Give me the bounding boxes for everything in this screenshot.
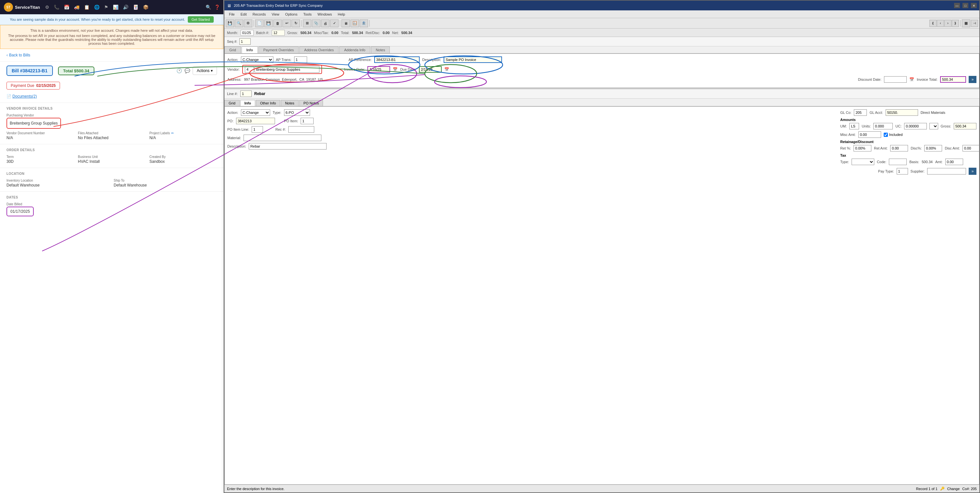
tab-payment-overrides[interactable]: Payment Overrides <box>258 46 299 53</box>
line-action-select[interactable]: C-Change <box>241 109 270 116</box>
disc-pct-field[interactable] <box>924 145 942 151</box>
po-field[interactable] <box>236 118 275 124</box>
action-select[interactable]: C-Change <box>241 56 274 63</box>
tax-type-select[interactable] <box>851 159 874 165</box>
history-icon[interactable]: 🕐 <box>177 68 182 73</box>
vendor-num-field[interactable] <box>245 66 254 73</box>
ap-trans-field[interactable] <box>294 56 307 63</box>
nav-icon-11[interactable]: 📦 <box>143 5 148 10</box>
nav-icon-7[interactable]: ⚑ <box>104 5 108 10</box>
nav-first[interactable]: ⟪ <box>929 20 937 27</box>
tool-refresh-icon[interactable]: ↻ <box>291 19 300 27</box>
minimize-button[interactable]: — <box>954 3 960 8</box>
gl-co-field[interactable] <box>854 109 867 116</box>
line-tab-info[interactable]: Info <box>240 100 255 106</box>
tool-attach-icon[interactable]: 📎 <box>312 19 320 27</box>
comment-icon[interactable]: 💬 <box>185 68 190 73</box>
tool-table-icon[interactable]: ▦ <box>962 19 970 27</box>
tool-print-icon[interactable]: 🖨 <box>321 19 329 27</box>
tool-save2-icon[interactable]: 💾 <box>264 19 273 27</box>
rec-field[interactable] <box>288 126 314 133</box>
menu-options[interactable]: Options <box>282 12 300 17</box>
get-started-button[interactable]: Get Started <box>188 16 214 23</box>
menu-windows[interactable]: Windows <box>315 12 335 17</box>
gl-acct-field[interactable] <box>886 109 918 116</box>
nav-icon-2[interactable]: 📞 <box>54 5 59 10</box>
tool-search-icon[interactable]: 🔍 <box>235 19 243 27</box>
line-type-select[interactable]: 6-PO <box>284 109 310 116</box>
tool-monitor-icon[interactable]: 🖥 <box>342 19 350 27</box>
invoice-date-field[interactable] <box>368 66 390 73</box>
edit-icon[interactable]: ✏ <box>171 131 174 135</box>
supplier-field[interactable] <box>927 168 966 175</box>
nav-icon-10[interactable]: 🃏 <box>133 5 138 10</box>
line-num-field[interactable] <box>240 91 251 97</box>
tool-delete-icon[interactable]: 🗑 <box>274 19 282 27</box>
menu-tools[interactable]: Tools <box>301 12 314 17</box>
uc-type-select[interactable] <box>929 123 938 129</box>
pay-type-field[interactable] <box>897 168 908 175</box>
nav-icon-5[interactable]: 📋 <box>84 5 89 10</box>
nav-icon-3[interactable]: 📅 <box>64 5 69 10</box>
vendor-name-field[interactable] <box>255 66 320 73</box>
tool-check-icon[interactable]: ✓ <box>330 19 339 27</box>
po-item-line-field[interactable] <box>251 126 263 133</box>
invoice-date-cal-icon[interactable]: 📅 <box>393 67 398 72</box>
tool-save-icon[interactable]: 💾 <box>226 19 234 27</box>
due-date-field[interactable] <box>419 66 442 73</box>
units-field[interactable] <box>873 123 893 129</box>
misc-amt-field[interactable] <box>858 131 881 138</box>
tax-code-field[interactable] <box>889 159 907 165</box>
ret-amt-field[interactable] <box>890 145 908 151</box>
tab-addenda-info[interactable]: Addenda Info <box>339 46 370 53</box>
menu-help[interactable]: Help <box>335 12 348 17</box>
tool-bank-icon[interactable]: 🏦 <box>360 19 368 27</box>
tool-window-icon[interactable]: 🪟 <box>350 19 359 27</box>
batch-field[interactable] <box>272 30 285 36</box>
discount-date-cal-icon[interactable]: 📅 <box>909 77 914 82</box>
nav-icon-4[interactable]: 🚚 <box>74 5 80 10</box>
seq-field[interactable] <box>239 38 251 45</box>
line-tab-po-notes[interactable]: PO Notes <box>299 100 323 106</box>
nav-last[interactable]: ⟫ <box>952 20 959 27</box>
menu-edit[interactable]: Edit <box>238 12 250 17</box>
line-tab-grid[interactable]: Grid <box>224 100 240 106</box>
documents-link[interactable]: Documents(2) <box>12 94 37 99</box>
nav-icon-1[interactable]: ⚙ <box>45 5 49 10</box>
nav-icon-6[interactable]: 🌐 <box>94 5 100 10</box>
nav-icon-9[interactable]: 🔊 <box>123 5 129 10</box>
discount-date-field[interactable] <box>884 76 907 83</box>
maximize-button[interactable]: □ <box>963 3 968 8</box>
supplier-forward-btn[interactable]: » <box>969 168 977 175</box>
nav-end[interactable]: ⊣ <box>971 20 978 27</box>
tab-grid[interactable]: Grid <box>224 46 241 53</box>
material-field[interactable] <box>243 135 321 141</box>
disc-amt-field[interactable] <box>963 145 979 151</box>
tab-info[interactable]: Info <box>242 46 258 53</box>
tab-notes[interactable]: Notes <box>371 46 390 53</box>
tool-undo-icon[interactable]: ↩ <box>282 19 291 27</box>
nav-next[interactable]: › <box>944 20 951 27</box>
nav-prev[interactable]: ‹ <box>937 20 944 27</box>
month-field[interactable] <box>240 30 254 36</box>
menu-view[interactable]: View <box>269 12 282 17</box>
search-icon[interactable]: 🔍 <box>205 5 211 10</box>
line-desc-field[interactable] <box>249 143 326 149</box>
forward-btn[interactable]: » <box>969 76 977 83</box>
back-to-bills-link[interactable]: ‹ Back to Bills <box>0 49 223 62</box>
uc-field[interactable] <box>904 123 927 129</box>
ret-pct-field[interactable] <box>854 145 871 151</box>
menu-records[interactable]: Records <box>250 12 269 17</box>
due-date-cal-icon[interactable]: 📅 <box>444 67 449 72</box>
actions-button[interactable]: Actions ▾ <box>192 67 217 75</box>
included-checkbox[interactable] <box>884 133 888 137</box>
description-field[interactable] <box>444 56 502 63</box>
tool-gear-icon[interactable]: ⚙ <box>244 19 252 27</box>
line-tab-notes[interactable]: Notes <box>281 100 299 106</box>
tool-grid-icon[interactable]: ⊞ <box>303 19 311 27</box>
um-field[interactable] <box>849 123 859 129</box>
line-tab-other-info[interactable]: Other Info <box>256 100 280 106</box>
tool-new-icon[interactable]: 📄 <box>255 19 264 27</box>
menu-file[interactable]: File <box>226 12 237 17</box>
ap-ref-field[interactable] <box>374 56 420 63</box>
